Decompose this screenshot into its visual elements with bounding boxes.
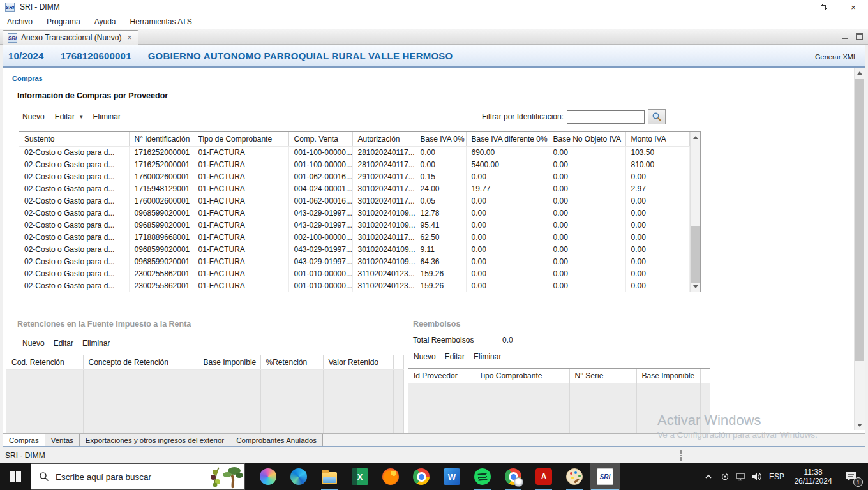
tray-date: 26/11/2024	[794, 477, 832, 486]
view-minimize-icon[interactable]	[842, 34, 848, 40]
menu-item[interactable]: Ayuda	[87, 14, 123, 29]
menu-item[interactable]: Herramientas ATS	[123, 14, 199, 29]
editar-button[interactable]: Editar	[445, 352, 465, 361]
column-header[interactable]: Comp. Venta	[288, 132, 352, 146]
column-header[interactable]: Sustento	[19, 132, 129, 146]
table-row[interactable]: 02-Costo o Gasto para d...2300255862001 …	[19, 279, 689, 292]
column-header[interactable]	[393, 355, 403, 369]
minimize-button[interactable]: –	[780, 0, 809, 14]
nuevo-button[interactable]: Nuevo	[22, 339, 45, 348]
clock[interactable]: 11:38 26/11/2024	[789, 463, 837, 490]
view-maximize-icon[interactable]	[856, 33, 863, 40]
eliminar-button[interactable]: Eliminar	[82, 339, 110, 348]
paint-icon[interactable]	[559, 463, 590, 490]
column-header[interactable]: Tipo Comprobante	[474, 369, 569, 383]
table-row[interactable]: 02-Costo o Gasto para d...1716252000001 …	[19, 158, 689, 170]
table-row[interactable]: 02-Costo o Gasto para d...0968599020001 …	[19, 207, 689, 219]
editar-button[interactable]: Editar	[55, 112, 75, 121]
close-button[interactable]: ×	[839, 0, 868, 14]
tray-chevron-icon[interactable]	[700, 463, 717, 490]
app-logo-icon: SRi	[5, 3, 15, 12]
explorer-icon[interactable]	[314, 463, 345, 490]
bottom-tab[interactable]: Comprobantes Anulados	[230, 434, 323, 446]
scroll-down-icon[interactable]	[691, 281, 701, 292]
bottom-tab[interactable]: Ventas	[45, 434, 80, 446]
chrome-profile-icon[interactable]	[498, 463, 528, 490]
action-center-button[interactable]: 1	[837, 463, 865, 490]
tab-close-icon[interactable]: ×	[125, 34, 133, 42]
column-header[interactable]: N° Serie	[569, 369, 636, 383]
table-row[interactable]: 02-Costo o Gasto para d...2300255862001 …	[19, 267, 689, 279]
column-header[interactable]: Valor Retenido	[323, 355, 393, 369]
column-header[interactable]: %Retención	[260, 355, 323, 369]
scroll-up-icon[interactable]	[855, 68, 865, 78]
tab-anexo-transaccional[interactable]: SRi Anexo Transaccional (Nuevo) ×	[3, 30, 138, 45]
acrobat-icon[interactable]: A	[528, 463, 559, 490]
column-header[interactable]: Base IVA 0%	[415, 132, 466, 146]
excel-icon[interactable]: X	[345, 463, 375, 490]
caret-down-icon[interactable]: ▾	[80, 114, 83, 120]
edge-icon[interactable]	[283, 463, 314, 490]
page-title: Información de Compras por Proveedor	[17, 91, 168, 100]
column-header[interactable]: Monto IVA	[625, 132, 689, 146]
eliminar-button[interactable]: Eliminar	[474, 352, 501, 361]
compras-toolbar: Nuevo Editar ▾ Eliminar	[22, 112, 121, 121]
chrome-icon[interactable]	[406, 463, 437, 490]
nuevo-button[interactable]: Nuevo	[414, 352, 436, 361]
start-button[interactable]	[0, 463, 31, 490]
table-row[interactable]: 02-Costo o Gasto para d...0968599020001 …	[19, 219, 689, 231]
eliminar-button[interactable]: Eliminar	[93, 112, 121, 121]
column-header[interactable]: Autorización	[352, 132, 415, 146]
column-header[interactable]: N° Identificación	[129, 132, 193, 146]
total-reembolsos: Total Reembolsos 0.0	[413, 336, 513, 345]
total-reembolsos-label: Total Reembolsos	[413, 336, 502, 345]
table-row[interactable]: 02-Costo o Gasto para d...0968599020001 …	[19, 255, 689, 267]
retenciones-toolbar: Nuevo Editar Eliminar	[22, 339, 110, 348]
retenciones-title: Retenciones en la Fuente Impuesto a la R…	[17, 320, 191, 329]
menu-item[interactable]: Programa	[40, 14, 87, 29]
scroll-down-icon[interactable]	[855, 420, 865, 430]
table-scrollbar[interactable]	[690, 132, 701, 292]
generar-xml-button[interactable]: Generar XML	[815, 53, 857, 61]
table-row[interactable]: 02-Costo o Gasto para d...1715948129001 …	[19, 182, 689, 195]
column-header[interactable]: Base Imponible	[636, 369, 700, 383]
network-icon[interactable]	[733, 463, 749, 490]
scroll-thumb[interactable]	[855, 79, 864, 361]
column-header[interactable]: Base Imponible	[198, 355, 260, 369]
menu-item[interactable]: Archivo	[0, 14, 40, 29]
bottom-tab[interactable]: Exportaciones y otros ingresos del exter…	[80, 434, 230, 446]
panel-scrollbar[interactable]	[854, 68, 865, 430]
volume-icon[interactable]	[749, 463, 765, 490]
column-header[interactable]: Base IVA diferente 0%	[466, 132, 548, 146]
filter-identificacion-input[interactable]	[567, 110, 645, 124]
scroll-up-icon[interactable]	[691, 132, 701, 142]
word-icon[interactable]: W	[437, 463, 467, 490]
sync-app-icon[interactable]	[717, 463, 733, 490]
column-header[interactable]: Concepto de Retención	[83, 355, 198, 369]
language-indicator[interactable]: ESP	[765, 463, 789, 490]
firefox-icon[interactable]	[375, 463, 406, 490]
column-header[interactable]: Base No Objeto IVA	[548, 132, 625, 146]
table-row[interactable]: 02-Costo o Gasto para d...1760002600001 …	[19, 195, 689, 207]
reembolsos-table-wrap: Id ProveedorTipo ComprobanteN° SerieBase…	[408, 368, 710, 434]
reembolsos-title: Reembolsos	[413, 320, 460, 329]
editar-button[interactable]: Editar	[54, 339, 73, 348]
copilot-icon[interactable]	[253, 463, 283, 490]
restore-button[interactable]	[809, 0, 839, 14]
taskbar-search[interactable]: Escribe aquí para buscar	[31, 463, 245, 490]
bottom-tab[interactable]: Compras	[3, 434, 45, 446]
column-header[interactable]: Tipo de Comprobante	[193, 132, 288, 146]
spotify-icon[interactable]	[467, 463, 498, 490]
table-row[interactable]: 02-Costo o Gasto para d...1760002600001 …	[19, 170, 689, 182]
search-button[interactable]	[648, 109, 666, 124]
table-row[interactable]: 02-Costo o Gasto para d...0968599020001 …	[19, 243, 689, 255]
column-header[interactable]: Cod. Retención	[6, 355, 83, 369]
column-header[interactable]: Id Proveedor	[408, 369, 474, 383]
table-row[interactable]: 02-Costo o Gasto para d...1718889668001 …	[19, 231, 689, 243]
scroll-thumb[interactable]	[691, 226, 700, 283]
menu-bar: ArchivoProgramaAyudaHerramientas ATS	[0, 14, 868, 29]
column-header[interactable]	[700, 369, 710, 383]
sri-icon[interactable]: SRi	[590, 463, 620, 490]
nuevo-button[interactable]: Nuevo	[22, 112, 45, 121]
table-row[interactable]: 02-Costo o Gasto para d...1716252000001 …	[19, 146, 689, 158]
